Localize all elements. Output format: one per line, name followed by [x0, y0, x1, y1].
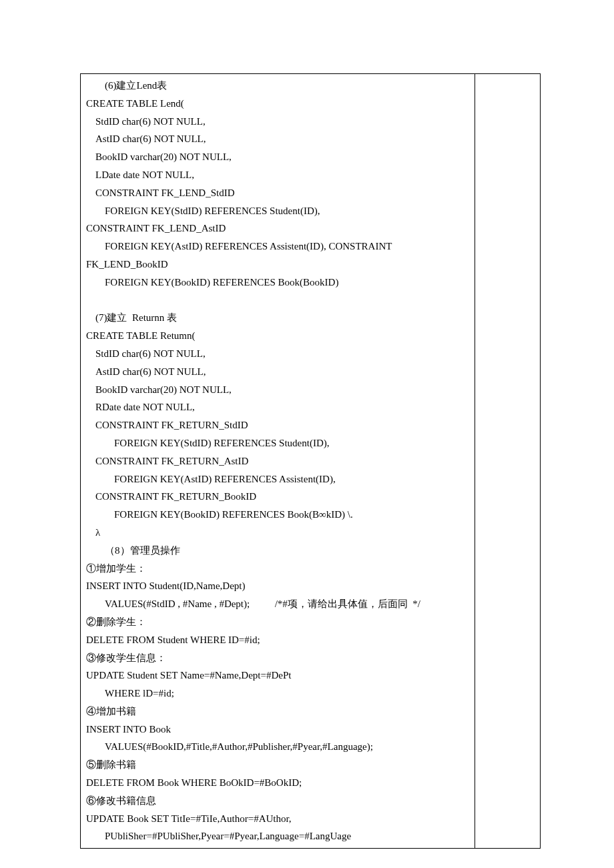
code-line: StdID char(6) NOT NULL, — [86, 113, 469, 131]
code-line: UPDATE Book SET TitIe=#TiIe,Author=#AUth… — [86, 810, 469, 828]
code-line: FOREIGN KEY(BookID) REFERENCES Book(Book… — [86, 274, 469, 292]
code-line: CONSTRAINT FK_RETURN_StdID — [86, 416, 469, 434]
code-line: λ — [86, 524, 469, 542]
code-line: DELETE FROM Student WHERE ID=#id; — [86, 631, 469, 649]
code-line: CREATE TABLE Retumn( — [86, 327, 469, 345]
code-line: ①增加学生： — [86, 560, 469, 578]
code-line: ⑥修改书籍信息 — [86, 792, 469, 810]
code-line: RDate date NOT NULL, — [86, 398, 469, 416]
code-line: CONSTRAINT FK_RETURN_BookID — [86, 488, 469, 506]
code-line: FOREIGN KEY(StdID) REFERENCES Student(ID… — [86, 434, 469, 452]
code-line: CONSTRAINT FK_LEND_AstID — [86, 220, 469, 238]
code-line: ⑤删除书籍 — [86, 756, 469, 774]
code-line: (6)建立Lend表 — [86, 77, 469, 95]
code-line: INSERT INTO Student(ID,Name,Dept) — [86, 577, 469, 595]
code-line: FOREIGN KEY(AstID) REFERENCES Assistent(… — [86, 238, 469, 256]
code-line: PUbliSher=#PUbliSher,Pyear=#Pyear,Langua… — [86, 827, 469, 845]
code-line: WHERE lD=#id; — [86, 685, 469, 703]
code-line: FOREIGN KEY(StdID) REFERENCES Student(ID… — [86, 202, 469, 220]
side-cell — [475, 74, 540, 849]
code-line: CREATE TABLE Lend( — [86, 95, 469, 113]
code-line: BookID varchar(20) NOT NULL, — [86, 148, 469, 166]
code-line: FK_LEND_BookID — [86, 256, 469, 274]
code-line: FOREIGN KEY(BookID) REFERENCES Book(B∞kI… — [86, 506, 469, 524]
code-line: CONSTRAINT FK_LEND_StdID — [86, 184, 469, 202]
code-line: ②删除学生： — [86, 613, 469, 631]
main-content-cell: (6)建立Lend表CREATE TABLE Lend(StdID char(6… — [81, 74, 475, 849]
code-line: VALUES(#BookID,#Title,#Author,#Publisher… — [86, 738, 469, 756]
code-line: （8）管理员操作 — [86, 542, 469, 560]
code-line: VALUES(#StdID , #Name , #Dept); /*#项，请给出… — [86, 595, 469, 613]
code-line: INSERT INTO Book — [86, 721, 469, 739]
code-line: AstID char(6) NOT NULL, — [86, 363, 469, 381]
code-line: StdID char(6) NOT NULL, — [86, 345, 469, 363]
document-page: (6)建立Lend表CREATE TABLE Lend(StdID char(6… — [0, 0, 614, 868]
code-line: FOREIGN KEY(AstID) REFERENCES Assistent(… — [86, 470, 469, 488]
code-line: AstID char(6) NOT NULL, — [86, 130, 469, 148]
code-line: ④增加书籍 — [86, 703, 469, 721]
code-line: (7)建立 Returnn 表 — [86, 309, 469, 327]
code-line: CONSTRAINT FK_RETURN_AstID — [86, 452, 469, 470]
code-line: UPDATE Student SET Name=#Name,Dept=#DePt — [86, 667, 469, 685]
code-line: DELETE FROM Book WHERE BoOkID=#BoOkID; — [86, 774, 469, 792]
code-line: LDate date NOT NULL, — [86, 166, 469, 184]
content-table: (6)建立Lend表CREATE TABLE Lend(StdID char(6… — [80, 73, 541, 849]
code-line: ③修改学生信息： — [86, 649, 469, 667]
code-line: BookID varchar(20) NOT NULL, — [86, 381, 469, 399]
code-line — [86, 292, 469, 310]
code-block: (6)建立Lend表CREATE TABLE Lend(StdID char(6… — [86, 77, 469, 845]
